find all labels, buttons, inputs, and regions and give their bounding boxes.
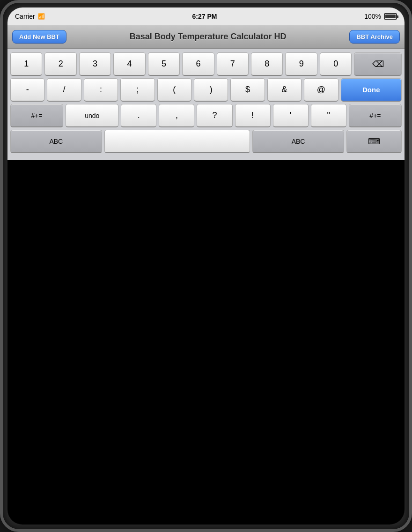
app-header: Add New BBT Basal Body Temperature Calcu… (7, 25, 405, 49)
app-title: Basal Body Temperature Calculator HD (130, 32, 287, 42)
key-abc-right[interactable]: ABC (252, 130, 344, 153)
key-abc-left[interactable]: ABC (10, 130, 102, 153)
battery-icon (384, 13, 397, 20)
key-9[interactable]: 9 (285, 52, 317, 76)
battery-fill (385, 15, 396, 18)
wifi-icon: 📶 (38, 13, 45, 20)
key-semicolon[interactable]: ; (120, 78, 154, 102)
status-right: 100% (364, 13, 397, 20)
carrier-label: Carrier (15, 13, 35, 20)
key-done[interactable]: Done (341, 78, 402, 102)
key-slash[interactable]: / (47, 78, 81, 102)
key-delete[interactable]: ⌫ (354, 52, 402, 76)
key-colon[interactable]: : (84, 78, 118, 102)
kb-symbol-row: - / : ; ( ) $ & @ Done (10, 78, 402, 102)
key-space[interactable] (104, 130, 250, 153)
key-hashplus[interactable]: #+= (10, 104, 63, 127)
device-screen: Carrier 📶 6:27 PM 100% Add New BBT Basal… (7, 7, 405, 525)
kb-more-row: #+= undo . , ? ! ' " #+= (10, 104, 402, 127)
kb-number-row: 1 2 3 4 5 6 7 8 9 0 ⌫ (10, 52, 402, 76)
key-dollar[interactable]: $ (230, 78, 265, 102)
kb-abc-row: ABC ABC ⌨ (10, 130, 402, 153)
key-question[interactable]: ? (197, 104, 232, 127)
key-8[interactable]: 8 (251, 52, 283, 76)
key-keyboard-icon[interactable]: ⌨ (346, 130, 402, 153)
key-dash[interactable]: - (10, 78, 44, 102)
key-hashplus2[interactable]: #+= (349, 104, 402, 127)
key-quote[interactable]: " (311, 104, 346, 127)
key-2[interactable]: 2 (44, 52, 76, 76)
bbt-archive-button[interactable]: BBT Archive (349, 30, 400, 44)
key-3[interactable]: 3 (79, 52, 111, 76)
device-frame: Carrier 📶 6:27 PM 100% Add New BBT Basal… (0, 0, 412, 532)
key-apos[interactable]: ' (273, 104, 309, 127)
key-6[interactable]: 6 (182, 52, 214, 76)
key-lparen[interactable]: ( (157, 78, 191, 102)
status-left: Carrier 📶 (15, 13, 45, 20)
key-5[interactable]: 5 (148, 52, 180, 76)
key-4[interactable]: 4 (113, 52, 145, 76)
key-0[interactable]: 0 (320, 52, 352, 76)
key-period[interactable]: . (121, 104, 156, 127)
key-exclaim[interactable]: ! (235, 104, 271, 127)
numeric-keyboard: 1 2 3 4 5 6 7 8 9 0 ⌫ - / : ; ( ) $ (7, 49, 405, 160)
key-undo[interactable]: undo (66, 104, 118, 127)
add-bbt-button[interactable]: Add New BBT (12, 30, 66, 44)
key-comma[interactable]: , (159, 104, 194, 127)
status-time: 6:27 PM (192, 13, 217, 20)
key-ampersand[interactable]: & (267, 78, 302, 102)
key-rparen[interactable]: ) (194, 78, 228, 102)
battery-percent: 100% (364, 13, 381, 20)
key-1[interactable]: 1 (10, 52, 42, 76)
status-bar: Carrier 📶 6:27 PM 100% (7, 7, 405, 25)
key-7[interactable]: 7 (217, 52, 249, 76)
key-at[interactable]: @ (304, 78, 338, 102)
